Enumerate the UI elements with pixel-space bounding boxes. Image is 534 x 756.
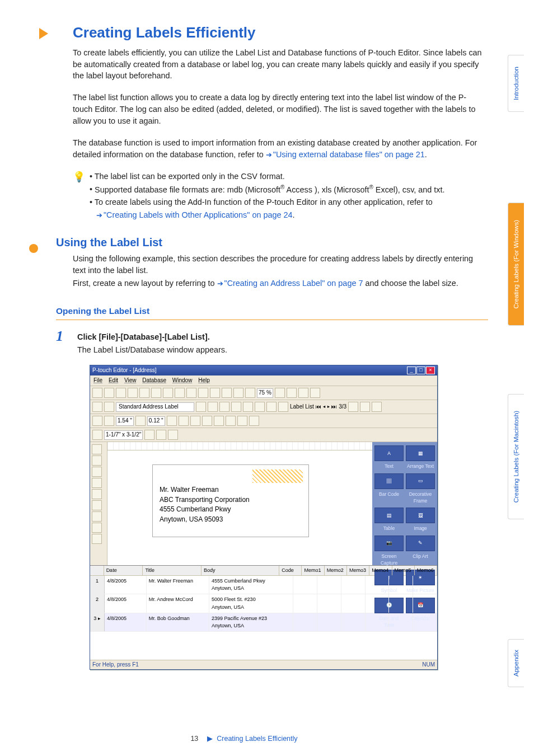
palette-icon[interactable]	[92, 444, 102, 454]
tool-icon[interactable]	[226, 416, 236, 426]
tool-icon[interactable]	[214, 416, 224, 426]
tool-icon[interactable]	[310, 388, 320, 398]
tool-icon[interactable]	[175, 388, 185, 398]
tool-icon[interactable]	[179, 416, 189, 426]
tool-icon[interactable]	[198, 388, 208, 398]
xref-other-apps[interactable]: "Creating Labels with Other Applications…	[96, 210, 292, 219]
tip-item-3: To create labels using the Add-In functi…	[90, 196, 445, 208]
tool-icon[interactable]	[245, 388, 255, 398]
tool-icon[interactable]	[92, 416, 102, 426]
label-line-1: Mr. Walter Freeman	[160, 485, 302, 495]
panel-frame-icon[interactable]: ▭	[406, 473, 435, 489]
menu-database[interactable]: Database	[142, 377, 166, 383]
tool-icon[interactable]	[92, 388, 102, 398]
tool-icon[interactable]	[196, 402, 206, 412]
tool-icon[interactable]	[208, 402, 218, 412]
panel-barcode-icon[interactable]: ||||	[374, 473, 404, 489]
status-help: For Help, press F1	[92, 661, 139, 669]
tool-icon[interactable]	[144, 430, 154, 440]
panel-clipart-icon[interactable]: ✎	[406, 536, 435, 551]
tool-icon[interactable]	[135, 416, 146, 426]
tool-icon[interactable]	[298, 388, 308, 398]
table-row[interactable]: 3 ▸ 4/8/2005 Mr. Bob Goodman 2399 Pacifi…	[90, 613, 437, 632]
table-row[interactable]: 1 4/8/2005 Mr. Walter Freeman 4555 Cumbe…	[90, 576, 437, 594]
tool-icon[interactable]	[92, 402, 102, 412]
tool-icon[interactable]	[222, 388, 232, 398]
tip-item-2: Supported database file formats are: mdb…	[90, 184, 445, 196]
palette-icon[interactable]	[92, 456, 102, 466]
tool-icon[interactable]	[372, 402, 382, 412]
tool-icon[interactable]	[190, 416, 200, 426]
tab-creating-macintosh[interactable]: Creating Labels (For Macintosh)	[508, 394, 524, 519]
tool-icon[interactable]	[231, 402, 241, 412]
record-nav: 3/3	[339, 403, 346, 411]
tool-icon[interactable]	[243, 402, 253, 412]
tool-icon[interactable]	[167, 416, 177, 426]
palette-icon[interactable]	[92, 511, 102, 522]
tool-icon[interactable]	[360, 402, 370, 412]
labellist-label: Label List	[290, 403, 314, 411]
menu-help[interactable]: Help	[198, 377, 210, 383]
xref-external-db[interactable]: "Using external database files" on page …	[266, 150, 425, 159]
tool-icon[interactable]	[287, 388, 297, 398]
palette-icon[interactable]	[92, 534, 102, 544]
tool-icon[interactable]	[275, 388, 285, 398]
label-type-select[interactable]: Standard Address Label	[116, 402, 194, 412]
tool-icon[interactable]	[116, 388, 126, 398]
tool-icon[interactable]	[210, 388, 220, 398]
panel-image-icon[interactable]: 🖼	[406, 508, 435, 523]
palette-icon[interactable]	[92, 478, 102, 488]
status-bar: For Help, press F1 NUM	[90, 660, 437, 670]
minimize-icon[interactable]: _	[407, 367, 416, 374]
tool-icon[interactable]	[151, 388, 161, 398]
xref-address-label[interactable]: "Creating an Address Label" on page 7	[217, 279, 363, 288]
panel-arrange-icon[interactable]: ▦	[406, 445, 435, 461]
palette-icon[interactable]	[92, 523, 102, 533]
tab-introduction[interactable]: Introduction	[508, 55, 524, 112]
tab-appendix[interactable]: Appendix	[508, 639, 524, 687]
canvas[interactable]: Mr. Walter Freeman ABC Transporting Corp…	[107, 442, 372, 565]
table-row[interactable]: 2 4/8/2005 Mr. Andrew McCord 5000 Fleet …	[90, 594, 437, 613]
tool-icon[interactable]	[163, 388, 173, 398]
panel-table-icon[interactable]: ▤	[374, 508, 404, 523]
close-icon[interactable]: ×	[426, 367, 435, 374]
palette-icon[interactable]	[92, 489, 102, 499]
footer-marker-icon: ▶	[207, 735, 213, 743]
menu-view[interactable]: View	[124, 377, 137, 383]
tool-icon[interactable]	[348, 402, 358, 412]
database-grid: Date Title Body Code Memo1 Memo2 Memo3 M…	[90, 565, 437, 659]
menu-edit[interactable]: Edit	[109, 377, 118, 383]
page-number: 13	[190, 735, 198, 743]
maximize-icon[interactable]: □	[416, 367, 425, 374]
tool-icon[interactable]	[156, 430, 166, 440]
tip-box: 💡 The label list can be exported only in…	[73, 171, 485, 222]
palette-icon[interactable]	[92, 500, 102, 510]
panel-capture-icon[interactable]: 📷	[374, 536, 404, 551]
tool-icon[interactable]	[219, 402, 229, 412]
panel-text-icon[interactable]: A	[374, 445, 404, 461]
tool-icon[interactable]	[186, 388, 196, 398]
tool-icon[interactable]	[92, 430, 102, 440]
tool-icon[interactable]	[202, 416, 212, 426]
tool-icon[interactable]	[237, 416, 247, 426]
label-preview[interactable]: Mr. Walter Freeman ABC Transporting Corp…	[152, 464, 309, 537]
tab-creating-windows[interactable]: Creating Labels (For Windows)	[508, 203, 524, 326]
tool-icon[interactable]	[266, 402, 277, 412]
tool-icon[interactable]	[104, 416, 114, 426]
page-footer: 13 ▶ Creating Labels Efficiently	[0, 734, 488, 743]
tool-icon[interactable]	[104, 388, 114, 398]
tool-icon[interactable]	[249, 416, 259, 426]
menu-file[interactable]: File	[93, 377, 102, 383]
intro-para-2: The label list function allows you to cr…	[73, 92, 485, 127]
tool-icon[interactable]	[278, 402, 288, 412]
object-panel: A▦ TextArrange Text ||||▭ Bar CodeDecora…	[372, 442, 437, 565]
tool-icon[interactable]	[139, 388, 149, 398]
size-field[interactable]: 1-1/7" x 3-1/2"	[104, 430, 143, 440]
tool-icon[interactable]	[255, 402, 265, 412]
tool-icon[interactable]	[128, 388, 138, 398]
tool-icon[interactable]	[168, 430, 178, 440]
palette-icon[interactable]	[92, 467, 102, 477]
tool-icon[interactable]	[104, 402, 114, 412]
tool-icon[interactable]	[233, 388, 243, 398]
menu-window[interactable]: Window	[172, 377, 193, 383]
